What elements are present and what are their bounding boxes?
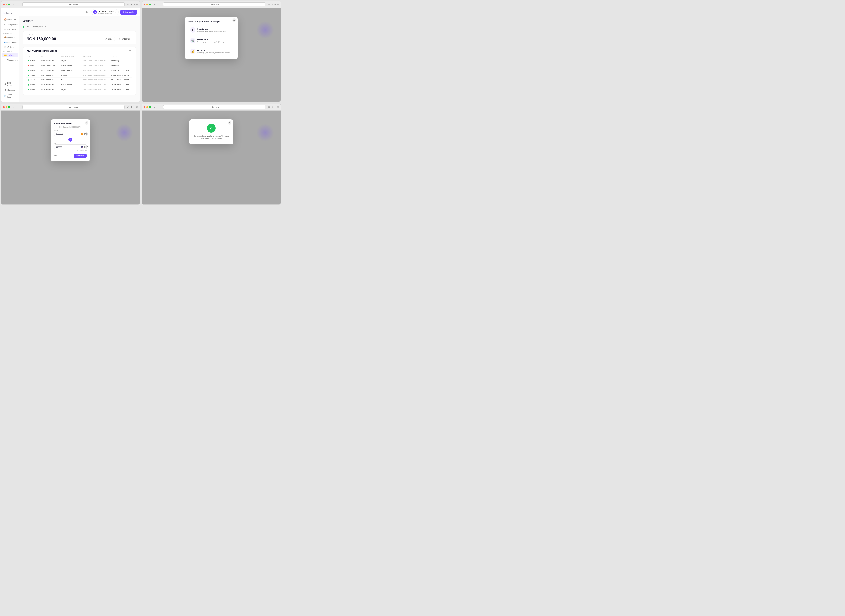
sidebar-item-products[interactable]: 📦 Products [2, 35, 18, 40]
close-button-3[interactable] [3, 106, 4, 108]
type-text: Credit [30, 69, 35, 71]
cell-reference: 273718291873636112826881929 [83, 74, 111, 76]
swap-option-fiat-to-coin[interactable]: 💱 Fiat to coin Exchange your currency (f… [188, 36, 234, 45]
type-text: Credit [30, 60, 35, 62]
minimize-button-3[interactable] [6, 106, 7, 108]
upload-icon-2[interactable]: ⬆ [271, 3, 273, 6]
sidebar-item-orders[interactable]: 📋 Orders [2, 45, 18, 49]
to-amount-input[interactable] [56, 146, 81, 148]
swap-option-coin-to-fiat[interactable]: ₿ Coin to fiat Exchange your crypto to c… [188, 25, 234, 34]
maximize-button-3[interactable] [8, 106, 10, 108]
settings-icon[interactable]: ⚙ [127, 3, 129, 6]
upload-icon-3[interactable]: ⬆ [131, 106, 132, 109]
sidebar-item-settings[interactable]: ⚙ Settings [2, 88, 18, 92]
add-tab-icon[interactable]: + [134, 3, 135, 6]
url-text-3: getbani.io [69, 106, 78, 108]
add-tab-icon-4[interactable]: + [275, 106, 276, 109]
sidebar-item-overview[interactable]: ⊞ Overview [2, 27, 18, 31]
back-nav-button-2[interactable]: ‹ [153, 3, 156, 6]
sidebar-item-customers[interactable]: 👥 Customers [2, 40, 18, 44]
back-button[interactable]: Back [54, 155, 58, 157]
balance-info: Available balance NGN 150,000.00 [26, 34, 56, 41]
browser-nav-2: ‹ › [153, 3, 161, 6]
minimize-button[interactable] [6, 3, 7, 5]
filter-button[interactable]: ☰ Filter [126, 50, 132, 52]
modal-close-button-3[interactable]: ✕ [85, 121, 88, 125]
to-currency-badge[interactable]: 🇬🇧 GBP ▼ [81, 145, 90, 148]
sidebar-item-wallets[interactable]: 💳 Wallets [2, 53, 18, 57]
back-nav-button[interactable]: ‹ [12, 3, 16, 6]
continue-button[interactable]: Continue [74, 154, 87, 158]
table-row[interactable]: Credit NGN 20,000.00 Mobile money 273718… [26, 78, 132, 82]
maximize-button[interactable] [8, 3, 10, 5]
btc-balance-text: BTC Balance: 0.000000382BTC [54, 126, 87, 128]
url-bar-4[interactable]: getbani.io [163, 105, 265, 109]
fiat-to-fiat-icon: 💰 [190, 49, 195, 54]
refresh-button[interactable]: ↻ [85, 10, 89, 14]
forward-nav-button-4[interactable]: › [157, 106, 161, 109]
table-row[interactable]: Debit NGN 120,000.00 Mobile money 273718… [26, 63, 132, 68]
divider-2 [188, 46, 234, 46]
cell-method: Mobile money [61, 84, 83, 86]
url-bar[interactable]: getbani.io [22, 2, 125, 6]
close-button-2[interactable] [144, 3, 145, 5]
coin-to-fiat-info: Coin to fiat Exchange your crypto to cur… [197, 28, 226, 32]
withdraw-button[interactable]: ⬇ Withdraw [117, 37, 132, 41]
table-row[interactable]: Credit NGN 20,000.00 Crypto 273718291873… [26, 87, 132, 92]
btc-icon: ₿ [81, 133, 84, 135]
close-button[interactable] [3, 3, 4, 5]
modal-close-button-2[interactable]: ✕ [232, 19, 236, 22]
add-wallet-button[interactable]: + Add wallet [121, 10, 137, 15]
swap-icon: ⇄ [105, 38, 107, 40]
extensions-icon-2[interactable]: ⊞ [277, 3, 279, 6]
back-nav-button-4[interactable]: ‹ [153, 106, 156, 109]
add-tab-icon-3[interactable]: + [134, 106, 135, 109]
swap-direction-button[interactable]: ⇅ [68, 138, 72, 142]
table-row[interactable]: Credit NGN 20,000.00 Crypto 273718291873… [26, 58, 132, 63]
balance-card: Available balance NGN 150,000.00 ⇄ Swap … [23, 31, 136, 44]
close-button-4[interactable] [144, 106, 145, 108]
table-row[interactable]: Credit NGN 20,000.00 e-wallet 2737182918… [26, 73, 132, 78]
url-bar-2[interactable]: getbani.io [163, 2, 265, 6]
swap-button[interactable]: ⇄ Swap [103, 37, 115, 41]
forward-nav-button[interactable]: › [16, 3, 20, 6]
settings-icon-4[interactable]: ⚙ [268, 106, 270, 109]
from-amount-input[interactable] [56, 133, 81, 135]
table-row[interactable]: Credit NGN 20,000.00 Bank transfer 27371… [26, 68, 132, 73]
forward-nav-button-3[interactable]: › [16, 106, 20, 109]
sidebar-item-live-mode[interactable]: ◉ Live mode [2, 81, 18, 87]
sidebar-item-audit-logs[interactable]: 📄 Audit logs [2, 92, 18, 99]
add-tab-icon-2[interactable]: + [275, 3, 276, 6]
minimize-button-2[interactable] [146, 3, 148, 5]
wallet-nav: NGN - Primary account › [23, 25, 136, 29]
maximize-button-4[interactable] [149, 106, 151, 108]
from-currency-badge[interactable]: ₿ BTC ▼ [81, 133, 90, 135]
type-text: Debit [30, 65, 35, 66]
settings-icon-2[interactable]: ⚙ [268, 3, 270, 6]
extensions-icon[interactable]: ⊞ [136, 3, 138, 6]
type-dot [28, 65, 29, 66]
upload-icon-4[interactable]: ⬆ [271, 106, 273, 109]
back-nav-button-3[interactable]: ‹ [12, 106, 16, 109]
upload-icon[interactable]: ⬆ [131, 3, 132, 6]
url-bar-3[interactable]: getbani.io [22, 105, 125, 109]
sidebar-item-welcome[interactable]: 🏠 Welcome [2, 18, 18, 22]
user-badge[interactable]: JT JT Industry Limit... james1@gmail.com… [91, 9, 119, 15]
extensions-icon-4[interactable]: ⊞ [277, 106, 279, 109]
extensions-icon-3[interactable]: ⊞ [136, 106, 138, 109]
swap-option-fiat-to-fiat[interactable]: 💰 Fiat to fiat Exchange your currency to… [188, 47, 234, 56]
cell-method: Mobile money [61, 65, 83, 66]
settings-icon-3[interactable]: ⚙ [127, 106, 129, 109]
table-row[interactable]: Credit NGN 20,000.00 Mobile money 273718… [26, 82, 132, 87]
minimize-button-4[interactable] [146, 106, 148, 108]
type-dot [28, 79, 29, 81]
forward-nav-button-2[interactable]: › [157, 3, 161, 6]
swap-option-left-2: 💱 Fiat to coin Exchange your currency (f… [190, 38, 226, 43]
orders-icon: 📋 [4, 46, 6, 48]
wallet-nav-link[interactable]: NGN - Primary account [26, 26, 46, 28]
modal-title-2: What do you want to swap? [188, 20, 234, 23]
maximize-button-2[interactable] [149, 3, 151, 5]
sidebar-item-compliance[interactable]: ✓ Compliance [2, 22, 18, 26]
sidebar-item-transactions[interactable]: ↔ Transactions [2, 58, 18, 62]
modal-close-button-4[interactable]: ✕ [228, 121, 232, 125]
